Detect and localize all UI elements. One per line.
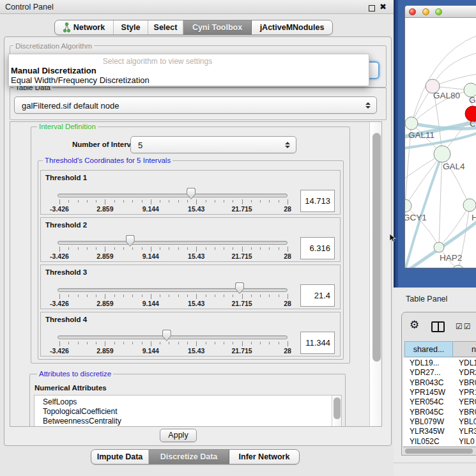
slider-tick xyxy=(160,247,160,250)
threshold-value-input[interactable]: 6.316 xyxy=(300,237,335,259)
numerical-attributes-list[interactable]: SelfLoopsTopologicalCoefficientBetweenne… xyxy=(34,395,342,427)
attribute-list-item[interactable]: TopologicalCoefficient xyxy=(43,407,341,417)
network-node[interactable] xyxy=(405,199,411,212)
network-node[interactable] xyxy=(434,242,444,252)
slider-tick xyxy=(187,342,188,344)
slider-tick xyxy=(260,200,261,203)
slider-tick-label: 21.715 xyxy=(232,347,252,355)
threshold-value-input[interactable]: 11.344 xyxy=(300,332,335,354)
column-header-name[interactable]: na xyxy=(453,341,476,357)
threshold-label: Threshold 2 xyxy=(45,221,87,229)
tab-cyni-toolbox-label: Cyni Toolbox xyxy=(192,23,242,32)
cell-shared-name: YLR345W xyxy=(410,427,445,436)
cell-shared-name: YIL052C xyxy=(410,437,440,446)
slider-thumb[interactable] xyxy=(235,282,244,294)
table-row[interactable]: YER054C YER0 xyxy=(403,397,476,406)
network-node-label: H xyxy=(472,213,476,222)
threshold-value-input[interactable]: 21.4 xyxy=(300,284,335,307)
network-node[interactable] xyxy=(434,146,450,162)
slider-tick-label: 9.144 xyxy=(142,252,159,260)
apply-button[interactable]: Apply xyxy=(160,429,197,442)
slider-tick xyxy=(59,294,60,299)
slider-tick xyxy=(269,200,270,203)
settings-scrollbar-thumb[interactable] xyxy=(372,133,381,362)
table-horizontal-scrollbar[interactable] xyxy=(403,447,476,454)
tab-select-label: Select xyxy=(154,23,178,32)
tab-select[interactable]: Select xyxy=(148,20,183,35)
table-row[interactable]: YBL079W YBL0 xyxy=(403,417,476,426)
slider-track[interactable] xyxy=(58,288,288,292)
slider-tick xyxy=(288,199,288,204)
column-header-shared-name[interactable]: shared... xyxy=(404,341,453,357)
slider-tick-label: 21.715 xyxy=(232,205,252,213)
threshold-value-input[interactable]: 14.713 xyxy=(300,190,335,212)
slider-tick xyxy=(187,295,188,297)
table-row[interactable]: YLR345W YLR3 xyxy=(403,426,476,436)
attributes-list-scrollbar[interactable] xyxy=(332,395,341,427)
slider-tick xyxy=(68,342,69,344)
network-node[interactable] xyxy=(463,199,476,211)
network-edge xyxy=(439,154,442,247)
slider-tick xyxy=(169,200,169,203)
float-window-icon[interactable] xyxy=(369,5,375,12)
slider-tick xyxy=(78,295,79,297)
threshold-row: Threshold 1 -3.4262.8599.14415.4321.7152… xyxy=(40,170,341,215)
slider-tick xyxy=(215,200,215,203)
mac-minimize-icon[interactable] xyxy=(422,8,429,15)
table-row[interactable]: YDL19... YDL1 xyxy=(403,358,476,367)
tab-style[interactable]: Style xyxy=(114,20,148,35)
slider-thumb[interactable] xyxy=(162,330,171,341)
tab-cyni-toolbox[interactable]: Cyni Toolbox xyxy=(183,20,252,35)
combo-stepper-icon xyxy=(365,102,371,109)
network-node[interactable] xyxy=(405,117,418,130)
network-node-label: GAL4 xyxy=(443,162,465,171)
close-icon[interactable]: ✖ xyxy=(380,2,387,12)
slider-track[interactable] xyxy=(58,241,288,245)
cell-shared-name: YER054C xyxy=(410,397,443,406)
slider-tick-label: -3.426 xyxy=(50,347,69,355)
cell-name: YBR0 xyxy=(459,378,476,387)
tab-impute-data[interactable]: Impute Data xyxy=(91,450,149,464)
slider-track[interactable] xyxy=(58,335,288,339)
slider-tick-label: 9.144 xyxy=(142,300,159,307)
threshold-row: Threshold 4 -3.4262.8599.14415.4321.7152… xyxy=(40,312,341,357)
network-canvas[interactable]: GAL80GACGAL11GAL4GCY1HHAP2 xyxy=(405,18,476,268)
table-data-combobox[interactable]: galFiltered.sif default node xyxy=(14,96,377,114)
slider-tick xyxy=(78,247,79,250)
tab-jactivemnodules[interactable]: jActiveMNodules xyxy=(252,20,332,35)
attribute-list-item[interactable]: SelfLoops xyxy=(43,397,341,407)
slider-track[interactable] xyxy=(58,194,288,197)
slider-tick xyxy=(169,342,169,344)
table-row[interactable]: YIL052C YIL0 xyxy=(403,436,476,446)
table-rows: YDL19... YDL1 YDR27... YDR2 YBR043C YBR0… xyxy=(403,358,476,446)
cell-name: YBR0 xyxy=(459,408,476,417)
mac-close-icon[interactable] xyxy=(409,8,416,15)
attribute-list-item[interactable]: BetweennessCentrality xyxy=(43,417,341,426)
gear-icon[interactable]: ⚙ xyxy=(410,318,419,332)
settings-scrollbar[interactable] xyxy=(369,122,382,426)
tab-network[interactable]: Network xyxy=(55,20,114,35)
cell-shared-name: YDR27... xyxy=(410,368,441,377)
slider-thumb[interactable] xyxy=(126,235,135,247)
slider-tick xyxy=(151,341,151,346)
table-row[interactable]: YBR045C YBR0 xyxy=(403,407,476,417)
slider-tick xyxy=(114,295,115,297)
slider-tick xyxy=(105,247,105,252)
table-row[interactable]: YBR043C YBR0 xyxy=(403,378,476,387)
algorithm-option-manual[interactable]: Manual Discretization xyxy=(11,66,96,75)
tab-discretize-data[interactable]: Discretize Data xyxy=(149,450,229,464)
table-row[interactable]: YPR145W YPR1 xyxy=(403,387,476,397)
mac-zoom-icon[interactable] xyxy=(435,8,442,15)
split-columns-icon[interactable] xyxy=(431,321,445,332)
numerical-attributes-label: Numerical Attributes xyxy=(35,384,107,392)
table-row[interactable]: YDR27... YDR2 xyxy=(403,367,476,377)
tab-infer-network[interactable]: Infer Network xyxy=(229,450,299,464)
slider-tick xyxy=(288,341,288,346)
slider-tick-label: 15.43 xyxy=(188,347,204,355)
column-checkbox-icons[interactable]: ☑☑ xyxy=(456,322,472,331)
algorithm-option-equal-width[interactable]: Equal Width/Frequency Discretization xyxy=(11,75,150,85)
network-node[interactable] xyxy=(452,265,464,268)
slider-tick xyxy=(242,247,243,252)
slider-thumb[interactable] xyxy=(187,188,196,199)
slider-tick xyxy=(178,247,179,250)
